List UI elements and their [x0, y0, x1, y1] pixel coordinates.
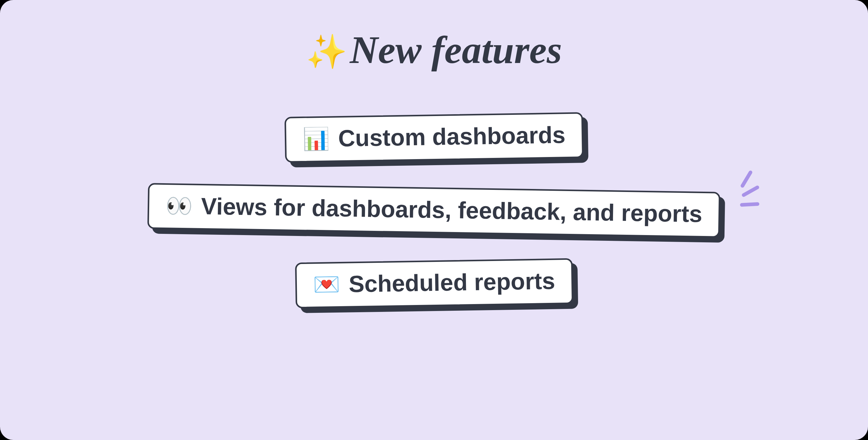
promo-canvas: ✨ New features 📊 Custom dashboards 👀 Vie…	[0, 0, 868, 440]
feature-label: Scheduled reports	[348, 269, 555, 296]
sparkles-icon: ✨	[306, 35, 347, 68]
feature-card-inner: 📊 Custom dashboards	[284, 112, 584, 163]
heading: ✨ New features	[306, 30, 562, 69]
feature-card-inner: 👀 Views for dashboards, feedback, and re…	[147, 183, 720, 238]
eyes-icon: 👀	[165, 195, 193, 217]
heading-title: New features	[350, 30, 562, 69]
feature-card-scheduled-reports: 💌 Scheduled reports	[295, 258, 573, 308]
feature-card-inner: 💌 Scheduled reports	[295, 258, 573, 308]
feature-card-custom-dashboards: 📊 Custom dashboards	[284, 112, 584, 163]
feature-label: Views for dashboards, feedback, and repo…	[201, 194, 703, 226]
burst-accent-icon	[726, 174, 763, 211]
feature-label: Custom dashboards	[338, 123, 565, 150]
chart-icon: 📊	[302, 127, 330, 150]
love-letter-icon: 💌	[313, 273, 340, 295]
feature-card-views: 👀 Views for dashboards, feedback, and re…	[147, 183, 720, 238]
